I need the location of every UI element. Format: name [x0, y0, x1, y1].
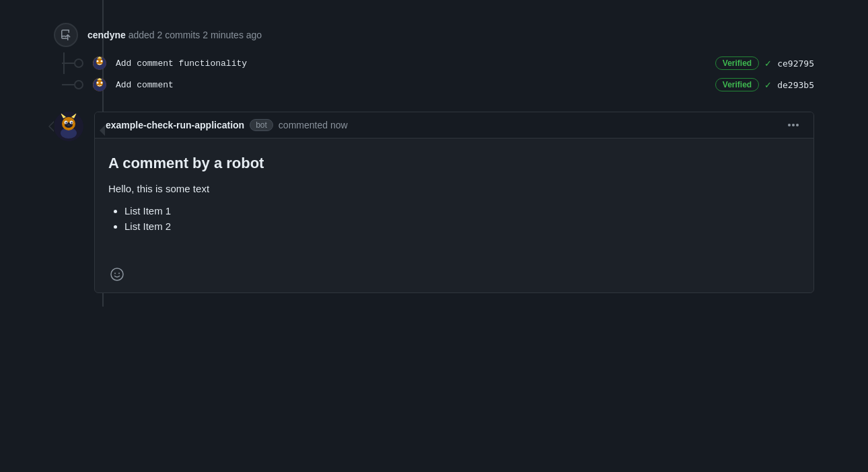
push-event: cendyne added 2 commits 2 minutes ago [54, 13, 814, 52]
svg-point-22 [67, 124, 70, 126]
comment-body: A comment by a robot Hello, this is some… [95, 139, 813, 259]
comment-list: List Item 1 List Item 2 [108, 205, 800, 232]
bot-badge: bot [250, 119, 273, 131]
commit-message-1: Add comment functionality [116, 58, 706, 69]
commit-check-2: ✓ [764, 80, 772, 90]
svg-point-8 [101, 82, 103, 84]
svg-point-23 [111, 268, 123, 280]
comment-header: example-check-run-application bot commen… [95, 112, 813, 139]
comment-author-avatar [54, 112, 83, 141]
comment-body-text: Hello, this is some text [108, 183, 800, 194]
push-time: 2 minutes ago [203, 30, 262, 40]
commit-badges-2: Verified ✓ de293b5 [715, 78, 814, 91]
comment-time: commented now [279, 120, 348, 130]
comment-author-name: example-check-run-application [106, 120, 244, 130]
svg-point-20 [65, 122, 66, 122]
comment-menu-button[interactable] [784, 121, 803, 129]
verified-badge-2: Verified [715, 78, 759, 91]
commit-hash-1: ce92795 [777, 58, 814, 69]
commit-check-1: ✓ [764, 58, 772, 69]
svg-point-25 [118, 273, 120, 274]
comment-header-left: example-check-run-application bot commen… [106, 119, 348, 131]
comment-wrapper: example-check-run-application bot commen… [54, 112, 814, 293]
push-actor: cendyne [87, 30, 126, 40]
push-event-text: cendyne added 2 commits 2 minutes ago [87, 30, 262, 40]
commit-item-1: Add comment functionality Verified ✓ ce9… [74, 52, 814, 74]
dot-2 [792, 124, 795, 126]
dot-1 [788, 124, 791, 126]
comment-box: example-check-run-application bot commen… [94, 112, 814, 293]
commit-item-2: Add comment Verified ✓ de293b5 [74, 74, 814, 95]
comment-title: A comment by a robot [108, 155, 800, 172]
svg-point-7 [97, 82, 99, 84]
comment-footer [95, 259, 813, 292]
dot-3 [796, 124, 799, 126]
commit-dot-1 [74, 58, 83, 68]
push-icon [54, 23, 78, 47]
emoji-reaction-button[interactable] [106, 264, 129, 284]
list-item-1: List Item 1 [124, 205, 800, 217]
commit-avatar-1 [93, 56, 106, 70]
commit-badges-1: Verified ✓ ce92795 [715, 56, 814, 70]
commit-avatar-2 [93, 78, 106, 91]
svg-point-3 [101, 61, 103, 63]
commit-hash-2: de293b5 [777, 80, 814, 90]
push-action: added 2 commits [129, 30, 201, 40]
list-item-2: List Item 2 [124, 221, 800, 232]
verified-badge-1: Verified [715, 56, 759, 70]
commit-dot-2 [74, 80, 83, 89]
svg-point-21 [71, 122, 71, 122]
svg-point-2 [97, 61, 99, 63]
svg-point-24 [114, 273, 116, 274]
commit-message-2: Add comment [116, 80, 706, 90]
